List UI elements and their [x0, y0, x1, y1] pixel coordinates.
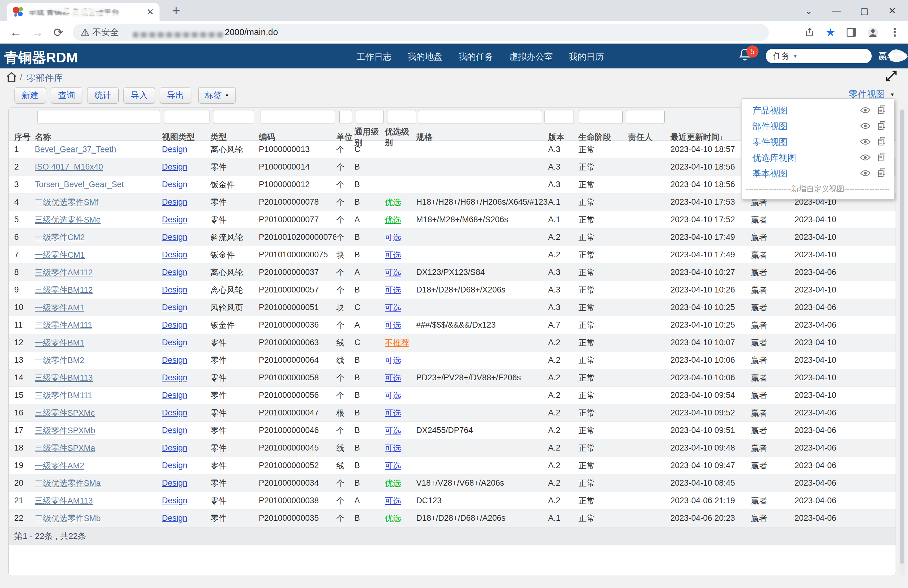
column-header-1[interactable]: 序号 — [14, 132, 35, 143]
nav-item-2[interactable]: 我的地盘 — [407, 51, 443, 63]
cell-view-type-link[interactable]: Design — [162, 426, 210, 435]
global-search-box[interactable]: 任务 ▼ — [766, 49, 872, 63]
cell-preferred-level-link[interactable]: 不推荐 — [385, 337, 416, 348]
filter-input-assignee[interactable] — [626, 110, 665, 124]
address-bar[interactable]: 不安全 2000/main.do — [72, 24, 769, 41]
column-header-9[interactable]: 规格 — [416, 132, 548, 143]
cell-view-type-link[interactable]: Design — [162, 514, 210, 523]
filter-input-common-level[interactable] — [356, 110, 384, 124]
column-header-8[interactable]: 优选级别 — [385, 126, 416, 148]
cell-part-name-link[interactable]: 三级优选零件SMe — [35, 214, 162, 225]
browser-menu-icon[interactable]: ⋮ — [889, 26, 900, 39]
filter-input-spec[interactable] — [418, 110, 542, 124]
scrollbar-thumb[interactable] — [900, 110, 904, 564]
cell-part-name-link[interactable]: 三级优选零件SMf — [35, 197, 162, 208]
cell-view-type-link[interactable]: Design — [162, 338, 210, 347]
cell-part-name-link[interactable]: 三级零件SPXMb — [35, 425, 162, 436]
cell-preferred-level-link[interactable]: 可选 — [385, 232, 416, 243]
column-header-12[interactable]: 责任人 — [628, 132, 670, 143]
cell-part-name-link[interactable]: 三级零件AM113 — [35, 495, 162, 506]
filter-input-version[interactable] — [544, 110, 574, 124]
window-minimize-button[interactable]: — — [823, 0, 850, 21]
cell-view-type-link[interactable]: Design — [162, 478, 210, 488]
cell-part-name-link[interactable]: 三级零件AM111 — [35, 320, 162, 331]
cell-view-type-link[interactable]: Design — [162, 267, 210, 277]
cell-view-type-link[interactable]: Design — [162, 356, 210, 365]
copy-view-icon[interactable] — [877, 152, 886, 164]
column-header-13[interactable]: 最近更新时间↓ — [670, 132, 751, 143]
column-header-10[interactable]: 版本 — [548, 132, 578, 143]
table-row[interactable]: 11三级零件AM111Design钣金件P201000000036个A可选###… — [9, 316, 895, 334]
view-menu-item-1[interactable]: 产品视图 — [742, 103, 894, 119]
cell-view-type-link[interactable]: Design — [162, 197, 210, 207]
cell-preferred-level-link[interactable]: 优选 — [385, 478, 416, 489]
cell-view-type-link[interactable]: Design — [162, 232, 210, 242]
column-header-3[interactable]: 视图类型 — [162, 132, 210, 143]
cell-preferred-level-link[interactable]: 可选 — [385, 355, 416, 366]
cell-part-name-link[interactable]: 三级优选零件SMa — [35, 478, 162, 489]
side-panel-icon[interactable] — [846, 27, 856, 37]
preview-eye-icon[interactable] — [860, 169, 871, 179]
cell-preferred-level-link[interactable]: 可选 — [385, 302, 416, 313]
table-row[interactable]: 7一级零件CM1Design钣金件P20101000000075块B可选A.2正… — [9, 246, 895, 264]
table-row[interactable]: 8三级零件AM112Design离心风轮P201000000037个A可选DX1… — [9, 264, 895, 281]
cell-preferred-level-link[interactable]: 可选 — [385, 425, 416, 436]
cell-part-name-link[interactable]: 一级零件AM1 — [35, 302, 162, 313]
forward-button[interactable]: → — [32, 26, 43, 39]
table-row[interactable]: 9三级零件BM112Design离心风轮P201000000057个B可选D18… — [9, 281, 895, 299]
toolbar-button-export[interactable]: 导出 — [160, 87, 191, 103]
copy-view-icon[interactable] — [877, 121, 886, 133]
table-row[interactable]: 19一级零件AM2Design零件P201000000052线B可选A.2正常2… — [9, 457, 895, 474]
user-menu[interactable]: 赢者 ▼ — [878, 50, 906, 62]
cell-preferred-level-link[interactable]: 可选 — [385, 408, 416, 419]
cell-preferred-level-link[interactable]: 可选 — [385, 285, 416, 295]
table-row[interactable]: 13一级零件BM2Design零件P201000000064线B可选A.2正常2… — [9, 351, 895, 369]
table-row[interactable]: 18三级零件SPXMaDesign零件P201000000045线B可选A.2正… — [9, 439, 895, 457]
browser-tab[interactable]: 华成 青铜器 集成管理平台 ✕ — [6, 3, 159, 21]
cell-view-type-link[interactable]: Design — [162, 391, 210, 400]
table-row[interactable]: 10一级零件AM1Design风轮风页P201000000051块C可选A.3正… — [9, 299, 895, 316]
cell-preferred-level-link[interactable]: 可选 — [385, 495, 416, 506]
table-row[interactable]: 15三级零件BM111Design零件P201000000056个B可选A.2正… — [9, 387, 895, 404]
cell-part-name-link[interactable]: 三级零件BM113 — [35, 372, 162, 383]
expand-fullscreen-icon[interactable] — [884, 69, 898, 83]
filter-input-name[interactable] — [37, 110, 160, 124]
cell-part-name-link[interactable]: 一级零件BM1 — [35, 337, 162, 348]
cell-view-type-link[interactable]: Design — [162, 145, 210, 154]
cell-view-type-link[interactable]: Design — [162, 321, 210, 330]
cell-preferred-level-link[interactable]: 优选 — [385, 197, 416, 208]
preview-eye-icon[interactable] — [860, 122, 871, 132]
table-row[interactable]: 6一级零件CM2Design斜流风轮P2010010200000076个B可选A… — [9, 229, 895, 246]
sort-desc-icon[interactable]: ↓ — [720, 133, 723, 142]
cell-view-type-link[interactable]: Design — [162, 250, 210, 259]
cell-view-type-link[interactable]: Design — [162, 496, 210, 505]
column-header-6[interactable]: 单位 — [336, 132, 354, 143]
cell-part-name-link[interactable]: 三级零件SPXMc — [35, 408, 162, 419]
cell-preferred-level-link[interactable]: 可选 — [385, 267, 416, 278]
column-header-4[interactable]: 类型 — [210, 132, 259, 143]
column-header-11[interactable]: 生命阶段 — [578, 132, 628, 143]
table-row[interactable]: 5三级优选零件SMeDesign零件P201000000077个A优选M18+/… — [9, 211, 895, 229]
new-tab-button[interactable]: + — [168, 2, 184, 19]
toolbar-button-query[interactable]: 查询 — [51, 87, 82, 103]
window-close-button[interactable]: ✕ — [878, 0, 906, 21]
profile-avatar[interactable] — [868, 27, 878, 38]
cell-part-name-link[interactable]: 三级零件BM111 — [35, 390, 162, 401]
back-button[interactable]: ← — [10, 26, 22, 39]
cell-view-type-link[interactable]: Design — [162, 215, 210, 224]
window-maximize-button[interactable]: ▢ — [850, 0, 878, 21]
cell-part-name-link[interactable]: Bevel_Gear_37_Teeth — [35, 145, 162, 154]
table-row[interactable]: 21三级零件AM113Design零件P201000000038个A可选DC12… — [9, 492, 895, 509]
table-row[interactable]: 14三级零件BM113Design零件P201000000058个B可选PD23… — [9, 369, 895, 387]
cell-preferred-level-link[interactable]: 优选 — [385, 513, 416, 524]
cell-part-name-link[interactable]: 三级零件BM112 — [35, 285, 162, 295]
view-menu-item-3[interactable]: 零件视图 — [742, 134, 894, 150]
cell-preferred-level-link[interactable]: 可选 — [385, 250, 416, 260]
cell-view-type-link[interactable]: Design — [162, 303, 210, 312]
notification-bell[interactable]: 5 — [738, 47, 759, 65]
cell-part-name-link[interactable]: 三级零件AM112 — [35, 267, 162, 278]
toolbar-button-import[interactable]: 导入 — [124, 87, 155, 103]
cell-preferred-level-link[interactable]: 可选 — [385, 372, 416, 383]
cell-view-type-link[interactable]: Design — [162, 408, 210, 417]
view-menu-item-4[interactable]: 优选库视图 — [742, 150, 894, 166]
